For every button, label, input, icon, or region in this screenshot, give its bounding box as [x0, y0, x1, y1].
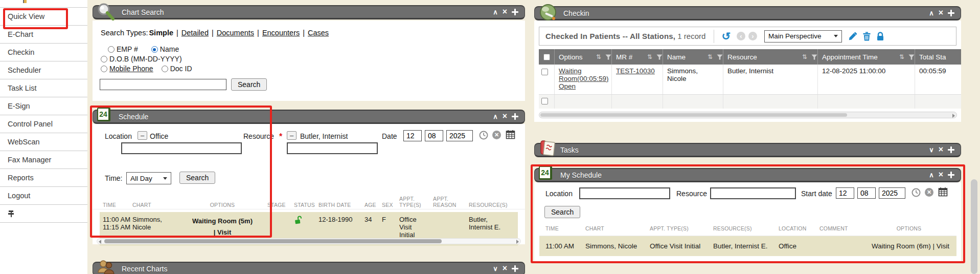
checkin-table-row[interactable]: Waiting Room(00:05:59) Open TEST-10030 S…	[539, 65, 961, 95]
horizontal-scrollbar[interactable]	[97, 238, 521, 244]
lock-icon[interactable]	[876, 32, 884, 41]
col-options[interactable]: Options⇅	[554, 49, 611, 65]
date-month-input[interactable]	[403, 130, 422, 141]
scroll-right-arrow[interactable]	[516, 240, 519, 244]
col-name[interactable]: Name⇅	[663, 49, 723, 65]
resource-input[interactable]	[710, 187, 796, 199]
expand-icon[interactable]: ∨	[493, 265, 498, 272]
location-input[interactable]	[579, 187, 670, 199]
resource-input[interactable]	[287, 142, 378, 154]
date-year-input[interactable]	[446, 130, 473, 141]
search-type-detailed[interactable]: Detailed	[181, 29, 209, 37]
move-icon[interactable]	[512, 113, 518, 120]
move-icon[interactable]	[948, 146, 954, 153]
sidebar-item-reports[interactable]: Reports	[0, 169, 87, 187]
next-perspective-icon[interactable]: ›	[748, 32, 757, 40]
col-resource[interactable]: Resource⇅	[723, 49, 817, 65]
calendar-picker-icon[interactable]	[938, 187, 948, 197]
filter-icon[interactable]	[908, 54, 915, 60]
row-checkbox[interactable]	[541, 98, 548, 104]
clock-icon[interactable]	[911, 188, 921, 197]
scroll-right-arrow[interactable]	[952, 114, 955, 118]
filter-icon[interactable]	[717, 54, 723, 60]
sidebar-item-e-chart[interactable]: E-Chart	[0, 26, 87, 44]
resource-collapse-button[interactable]: –	[287, 131, 297, 140]
move-icon[interactable]	[512, 265, 518, 272]
start-date-month-input[interactable]	[836, 187, 854, 199]
dob-radio[interactable]	[101, 56, 107, 62]
col-mr[interactable]: MR #⇅	[611, 49, 663, 65]
calendar-picker-icon[interactable]	[506, 130, 515, 139]
search-type-documents[interactable]: Documents	[217, 29, 254, 37]
scroll-left-arrow[interactable]	[99, 240, 101, 244]
row-checkbox[interactable]	[541, 69, 548, 75]
sidebar-item-control-panel[interactable]: Control Panel	[0, 115, 87, 133]
move-icon[interactable]	[948, 172, 954, 178]
move-icon[interactable]	[512, 9, 518, 15]
sidebar-item-quick-view[interactable]: Quick View	[0, 8, 87, 26]
search-type-cases[interactable]: Cases	[308, 29, 329, 37]
move-icon[interactable]	[948, 10, 954, 16]
close-icon[interactable]: ×	[939, 9, 943, 17]
clear-date-icon[interactable]: ✕	[492, 131, 501, 139]
emp-radio[interactable]	[108, 46, 115, 53]
close-icon[interactable]: ×	[939, 171, 943, 179]
close-icon[interactable]: ×	[503, 8, 507, 16]
mr-number-link[interactable]: TEST-10030	[616, 67, 655, 75]
collapse-icon[interactable]: ∧	[493, 9, 498, 15]
sort-icon[interactable]: ⇅	[647, 53, 652, 60]
col-appointment-time[interactable]: Appointment Time⇅	[817, 49, 915, 65]
close-icon[interactable]: ×	[503, 264, 507, 272]
date-day-input[interactable]	[425, 130, 443, 141]
perspective-select[interactable]: Main Perspective	[764, 30, 842, 43]
sidebar-item-task-list[interactable]: Task List	[0, 79, 87, 97]
close-icon[interactable]: ×	[503, 112, 507, 120]
collapse-icon[interactable]: ∧	[493, 113, 498, 120]
location-input[interactable]	[121, 142, 242, 154]
filter-icon[interactable]	[811, 54, 817, 60]
collapse-icon[interactable]: ∧	[929, 172, 934, 178]
start-date-year-input[interactable]	[879, 187, 905, 199]
sidebar-item-webscan[interactable]: WebScan	[0, 133, 87, 151]
sidebar-item-logout[interactable]: Logout	[0, 187, 87, 205]
sidebar-item-fax-manager[interactable]: Fax Manager	[0, 151, 87, 169]
clear-date-icon[interactable]: ✕	[925, 188, 933, 197]
sort-icon[interactable]: ⇅	[802, 53, 807, 60]
scrollbar-thumb[interactable]	[540, 113, 847, 117]
expand-icon[interactable]: ∨	[929, 146, 934, 153]
my-schedule-search-button[interactable]: Search	[544, 206, 580, 218]
my-schedule-table-row[interactable]: 11:00 AM Simmons, Nicole Office Visit In…	[539, 236, 956, 256]
filter-icon[interactable]	[656, 54, 663, 60]
horizontal-scrollbar[interactable]	[539, 112, 957, 118]
time-select[interactable]: All Day	[126, 172, 171, 184]
start-date-day-input[interactable]	[857, 187, 876, 199]
col-total-station[interactable]: Total Sta	[915, 49, 961, 65]
open-link[interactable]: Open	[559, 82, 576, 90]
scrollbar-thumb[interactable]	[104, 239, 442, 243]
close-icon[interactable]: ×	[939, 145, 943, 154]
refresh-icon[interactable]: ↺	[721, 30, 731, 43]
search-type-encounters[interactable]: Encounters	[262, 29, 300, 37]
edit-pencil-icon[interactable]	[848, 32, 857, 41]
collapse-icon[interactable]: ∧	[929, 10, 934, 16]
schedule-search-button[interactable]: Search	[179, 172, 215, 184]
sidebar-item-checkin[interactable]: Checkin	[0, 44, 87, 61]
sidebar-item-e-sign[interactable]: E-Sign	[0, 97, 87, 115]
chart-search-input[interactable]	[100, 79, 226, 90]
doc-id-radio[interactable]	[162, 66, 168, 72]
unlocked-padlock-icon[interactable]	[294, 216, 316, 224]
mobile-phone-radio[interactable]	[101, 66, 107, 72]
search-type-simple[interactable]: Simple	[149, 29, 173, 37]
waiting-room-link[interactable]: Waiting Room(00:05:59)	[559, 67, 609, 82]
sidebar-pin-toggle[interactable]	[0, 205, 87, 223]
sort-icon[interactable]: ⇅	[899, 53, 904, 60]
chart-search-button[interactable]: Search	[231, 78, 267, 91]
sort-icon[interactable]: ⇅	[708, 53, 713, 60]
prev-perspective-icon[interactable]: ‹	[737, 32, 745, 40]
filter-icon[interactable]	[605, 54, 611, 60]
vertical-scrollbar-thumb[interactable]	[971, 179, 977, 274]
delete-trash-icon[interactable]	[862, 32, 871, 41]
select-all-checkbox[interactable]	[543, 54, 550, 60]
sort-icon[interactable]: ⇅	[596, 53, 601, 60]
name-radio[interactable]	[151, 46, 158, 53]
